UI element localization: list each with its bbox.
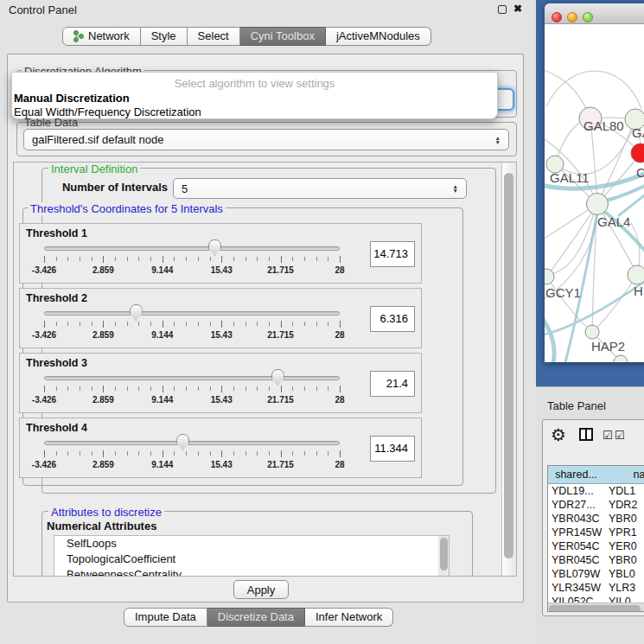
network-node-hap2[interactable] <box>585 325 599 339</box>
slider-tick-label: 2.859 <box>92 265 114 275</box>
slider-tick <box>198 451 199 456</box>
column-layout-icon[interactable] <box>579 428 593 441</box>
attribute-list-item[interactable]: TopologicalCoefficient <box>54 552 449 567</box>
threshold-slider[interactable]: -3.4262.8599.14415.4321.71528 <box>44 289 340 349</box>
slider-tick <box>210 322 211 326</box>
table-row[interactable]: YBR043CYBR0 <box>548 512 644 526</box>
zoom-traffic-light-icon[interactable] <box>583 12 593 22</box>
settings-scrollbar[interactable] <box>501 163 515 576</box>
table-horizontal-scrollbar[interactable] <box>548 603 644 612</box>
slider-tick <box>245 451 246 456</box>
gear-icon[interactable]: ⚙ <box>551 424 566 445</box>
slider-tick <box>174 257 175 261</box>
tab-cyni-toolbox[interactable]: Cyni Toolbox <box>240 27 326 46</box>
apply-button[interactable]: Apply <box>233 580 289 599</box>
minimize-traffic-light-icon[interactable] <box>567 12 577 22</box>
slider-tick <box>127 257 128 261</box>
slider-tick <box>174 322 175 326</box>
network-node-h[interactable] <box>628 265 644 284</box>
node-table[interactable]: shared...na YDL19...YDL1YDR27...YDR2YBR0… <box>547 465 644 612</box>
slider-track[interactable] <box>44 376 340 380</box>
close-icon[interactable]: ✖ <box>513 3 522 15</box>
slider-thumb[interactable] <box>176 434 189 450</box>
tab-label: Cyni Toolbox <box>251 28 315 45</box>
slider-tick <box>174 451 175 456</box>
table-header-row: shared...na <box>548 466 644 484</box>
network-icon <box>73 30 84 42</box>
threshold-value-field[interactable]: 6.316 <box>370 306 415 332</box>
thresholds-group-title: Threshold's Coordinates for 5 Intervals <box>28 202 226 215</box>
tab-impute-data[interactable]: Impute Data <box>124 608 207 627</box>
slider-tick <box>138 322 139 326</box>
attributes-list-scrollbar[interactable] <box>438 536 449 577</box>
slider-thumb[interactable] <box>208 239 221 256</box>
slider-tick <box>257 257 258 261</box>
top-tab-bar: NetworkStyleSelectCyni ToolboxjActiveMNo… <box>62 27 431 46</box>
slider-tick <box>281 321 282 328</box>
column-header-na[interactable]: na <box>605 466 644 484</box>
table-data-value: galFiltered.sif default node <box>32 133 163 146</box>
slider-tick <box>210 386 211 391</box>
table-cell: YBL0 <box>605 567 644 581</box>
table-row[interactable]: YBL079WYBL0 <box>548 567 644 581</box>
column-header-shared-[interactable]: shared... <box>548 466 605 484</box>
table-cell: YLR345W <box>548 581 605 595</box>
menu-item-manual-discretization[interactable]: Manual Discretization <box>14 92 130 105</box>
numerical-attributes-list[interactable]: SelfLoopsTopologicalCoefficientBetweenne… <box>54 535 450 577</box>
network-node[interactable] <box>631 143 644 163</box>
network-node-gal4[interactable] <box>587 194 609 215</box>
attribute-list-item[interactable]: SelfLoops <box>54 536 449 552</box>
table-row[interactable]: YDR27...YDR2 <box>548 498 644 512</box>
slider-tick-label: 28 <box>335 330 344 340</box>
slider-tick <box>150 451 151 456</box>
table-row[interactable]: YDL19...YDL1 <box>548 484 644 498</box>
slider-thumb[interactable] <box>130 304 143 321</box>
slider-tick <box>92 451 92 456</box>
checkbox-icon[interactable]: ☑ <box>615 429 625 442</box>
slider-tick <box>44 256 45 263</box>
network-node-gcy1[interactable] <box>545 269 554 284</box>
slider-tick <box>198 386 199 391</box>
slider-thumb[interactable] <box>271 369 284 386</box>
slider-track[interactable] <box>44 311 340 316</box>
table-cell: YPR145W <box>548 526 605 539</box>
checkbox-icon[interactable]: ☑ <box>603 429 613 442</box>
tab-discretize-data[interactable]: Discretize Data <box>207 608 305 627</box>
slider-track[interactable] <box>44 246 340 251</box>
network-canvas[interactable]: GAL80GAL11GAL4GCY1HHAP2GAC <box>545 24 644 362</box>
tab-network[interactable]: Network <box>62 27 141 46</box>
slider-tick-label: 15.43 <box>211 395 233 405</box>
slider-tick <box>257 322 258 326</box>
slider-tick <box>103 450 104 457</box>
slider-tick <box>67 451 68 456</box>
threshold-slider[interactable]: -3.4262.8599.14415.4321.71528 <box>44 418 340 479</box>
slider-tick <box>92 386 92 391</box>
table-row[interactable]: YPR145WYPR1 <box>548 526 644 539</box>
slider-tick <box>127 451 128 456</box>
slider-tick <box>80 322 80 326</box>
table-cell: YBL079W <box>548 567 605 581</box>
table-row[interactable]: YER054CYER0 <box>548 539 644 553</box>
slider-tick <box>92 322 92 326</box>
tab-infer-network[interactable]: Infer Network <box>305 608 393 627</box>
tab-select[interactable]: Select <box>188 27 240 46</box>
threshold-value-field[interactable]: 14.713 <box>370 241 415 267</box>
close-traffic-light-icon[interactable] <box>552 12 562 22</box>
threshold-slider[interactable]: -3.4262.8599.14415.4321.71528 <box>44 354 340 414</box>
slider-track[interactable] <box>44 441 340 445</box>
table-row[interactable]: YLR345WYLR3 <box>548 581 644 595</box>
attribute-list-item[interactable]: BetweennessCentrality <box>54 567 449 577</box>
tab-style[interactable]: Style <box>141 27 188 46</box>
threshold-value-field[interactable]: 21.4 <box>370 371 415 397</box>
tab-jactivemnodules[interactable]: jActiveMNodules <box>326 27 431 46</box>
node-label-partial: C <box>636 165 644 180</box>
settings-scroll-area: Interval Definition Number of Intervals … <box>13 162 517 577</box>
number-of-intervals-combobox[interactable]: 5 ▲▼ <box>173 178 467 199</box>
table-data-combobox[interactable]: galFiltered.sif default node ▲▼ <box>23 129 509 150</box>
slider-tick <box>245 322 246 326</box>
slider-tick <box>328 451 328 456</box>
threshold-slider[interactable]: -3.4262.8599.14415.4321.71528 <box>44 224 340 284</box>
table-row[interactable]: YBR045CYBR0 <box>548 553 644 567</box>
float-window-icon[interactable] <box>498 5 507 14</box>
threshold-value-field[interactable]: 11.344 <box>370 436 415 462</box>
